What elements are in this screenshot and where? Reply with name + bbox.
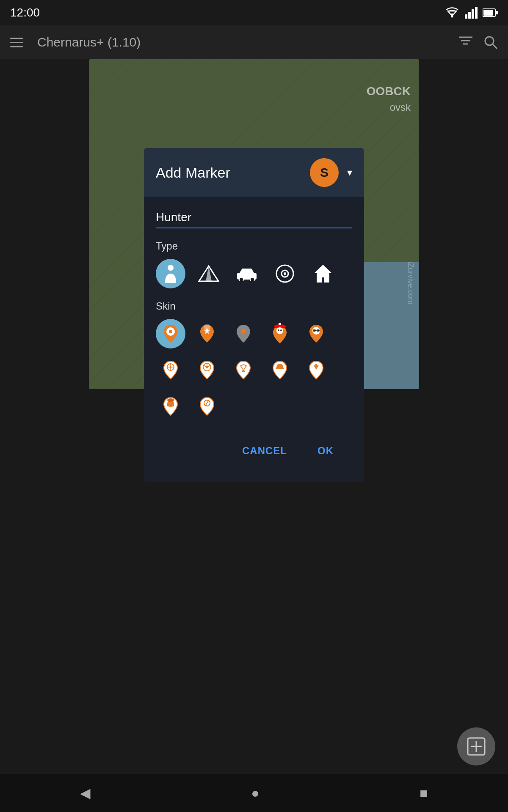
svg-point-56 <box>167 398 174 402</box>
app-title: Chernarus+ (1.10) <box>37 35 458 49</box>
name-input-wrap <box>156 207 352 228</box>
skin-item-star-grey[interactable] <box>229 319 258 348</box>
pin-scope-svg <box>163 360 178 380</box>
skin-item-spiral[interactable] <box>192 392 222 421</box>
type-icon-tent[interactable] <box>194 259 224 288</box>
pin-santa-svg <box>272 323 287 344</box>
dialog-actions: CANCEL OK <box>156 433 352 472</box>
search-icon[interactable] <box>483 35 498 49</box>
app-bar: Chernarus+ (1.10) <box>0 25 508 59</box>
svg-rect-2 <box>468 12 471 19</box>
svg-rect-3 <box>472 9 474 19</box>
svg-point-24 <box>284 272 286 275</box>
skin-section-label: Skin <box>156 300 352 312</box>
svg-point-16 <box>168 265 174 271</box>
skin-grid <box>156 319 352 421</box>
pin-arrow-svg <box>309 360 324 380</box>
target-svg <box>274 263 295 284</box>
svg-rect-6 <box>483 10 493 16</box>
type-row <box>156 259 352 288</box>
svg-rect-1 <box>465 14 467 19</box>
pin-hardhat-svg <box>272 360 287 380</box>
bottom-nav: ◀ ● ■ <box>0 774 508 812</box>
skin-item-steering[interactable] <box>192 355 222 385</box>
add-marker-dialog: Add Marker S ▾ Type <box>144 148 364 482</box>
person-svg <box>163 264 178 283</box>
cancel-button[interactable]: CANCEL <box>235 440 294 462</box>
svg-line-12 <box>493 44 497 49</box>
dropdown-arrow[interactable]: ▾ <box>347 167 352 178</box>
map-label-2: ovsk <box>390 102 411 113</box>
pin-helmet-svg <box>163 397 178 416</box>
house-svg <box>312 263 334 284</box>
car-svg <box>235 266 258 281</box>
ok-button[interactable]: OK <box>311 440 340 462</box>
type-icon-house[interactable] <box>308 259 338 288</box>
pin-parachute-svg <box>236 360 251 380</box>
signal-icon <box>465 7 478 19</box>
pin-default-svg <box>163 324 178 343</box>
menu-button[interactable] <box>10 34 27 51</box>
map-watermark: iZurvive.com <box>406 261 415 304</box>
nav-back-button[interactable]: ◀ <box>80 785 91 801</box>
avatar-circle[interactable]: S <box>310 158 339 187</box>
svg-point-46 <box>206 366 208 368</box>
marker-name-input[interactable] <box>156 207 352 228</box>
nav-recent-button[interactable]: ■ <box>420 785 428 801</box>
skin-item-default[interactable] <box>156 319 185 348</box>
svg-rect-39 <box>317 329 320 332</box>
svg-rect-38 <box>313 329 316 332</box>
pin-star-grey-svg <box>236 324 251 343</box>
svg-rect-4 <box>475 7 478 19</box>
battery-icon <box>483 8 498 17</box>
svg-point-36 <box>280 329 282 331</box>
app-bar-actions <box>458 35 498 49</box>
filter-icon[interactable] <box>458 35 473 48</box>
skin-item-scope[interactable] <box>156 355 185 385</box>
type-icon-car[interactable] <box>232 259 262 288</box>
svg-point-11 <box>485 37 494 45</box>
dialog-title: Add Marker <box>156 165 301 181</box>
svg-point-21 <box>250 277 254 281</box>
map-label-1: OOBCK <box>367 85 411 98</box>
type-icon-person[interactable] <box>156 259 185 288</box>
type-section-label: Type <box>156 240 352 252</box>
svg-point-34 <box>276 327 283 334</box>
svg-point-0 <box>451 16 453 18</box>
fab-icon <box>466 736 487 757</box>
dialog-header: Add Marker S ▾ <box>144 148 364 197</box>
nav-home-button[interactable]: ● <box>251 785 259 801</box>
skin-item-parachute[interactable] <box>229 355 258 385</box>
skin-item-sunglasses[interactable] <box>301 319 331 348</box>
tent-svg <box>198 264 219 283</box>
skin-item-arrow[interactable] <box>301 355 331 385</box>
dialog-body: Type <box>144 197 364 482</box>
skin-item-hardhat[interactable] <box>265 355 295 385</box>
status-time: 12:00 <box>10 6 40 19</box>
status-bar: 12:00 <box>0 0 508 25</box>
status-icons <box>444 7 498 19</box>
skin-item-santa[interactable] <box>265 319 295 348</box>
pin-spiral-svg <box>199 397 215 416</box>
svg-point-27 <box>169 330 172 333</box>
svg-rect-53 <box>276 368 284 369</box>
svg-marker-25 <box>314 265 332 283</box>
svg-rect-7 <box>495 11 498 14</box>
svg-rect-55 <box>315 364 317 367</box>
fab-add-marker[interactable] <box>457 727 495 765</box>
pin-sunglasses-svg <box>309 324 324 343</box>
svg-point-29 <box>204 324 210 331</box>
svg-point-20 <box>239 277 243 281</box>
svg-point-44 <box>170 366 171 368</box>
svg-rect-52 <box>242 370 245 372</box>
skin-item-star-glow[interactable] <box>192 319 222 348</box>
type-icon-target[interactable] <box>270 259 300 288</box>
pin-star-glow-svg <box>199 324 215 343</box>
svg-point-35 <box>278 329 279 331</box>
wifi-icon <box>444 7 460 19</box>
pin-steering-svg <box>199 360 215 380</box>
skin-item-helmet[interactable] <box>156 392 185 421</box>
